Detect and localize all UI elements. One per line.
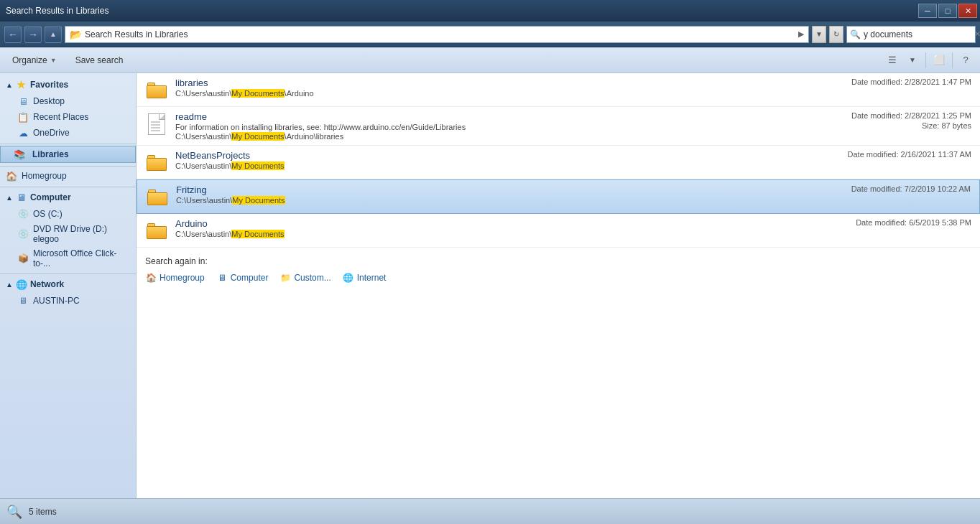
- result-item-fritzing[interactable]: Fritzing C:\Users\austin\My Documents Da…: [137, 179, 980, 214]
- sidebar-favorites-header[interactable]: ▲ ★ Favorites: [0, 76, 136, 93]
- toolbar-right: ☰ ▼ ⬜ ?: [884, 52, 974, 69]
- status-bar: 🔍 5 items: [0, 498, 980, 524]
- sidebar-item-recent-places[interactable]: 📋 Recent Places: [0, 109, 136, 125]
- result-info-fritzing: Fritzing C:\Users\austin\My Documents: [176, 184, 827, 205]
- search-again-custom[interactable]: 📁 Custom...: [279, 272, 330, 284]
- search-clear-button[interactable]: ✕: [974, 29, 980, 39]
- search-again-homegroup-label: Homegroup: [160, 273, 205, 283]
- sidebar-network-header[interactable]: ▲ 🌐 Network: [0, 276, 136, 293]
- result-item-libraries[interactable]: libraries C:\Users\austin\My Documents\A…: [137, 73, 980, 107]
- result-date-arduino: Date modified: 6/5/2019 5:38 PM: [828, 218, 971, 227]
- search-box[interactable]: 🔍 ✕: [846, 26, 976, 43]
- up-button[interactable]: ▲: [45, 26, 62, 43]
- sidebar-item-desktop-label: Desktop: [33, 96, 65, 106]
- sidebar-homegroup-label: Homegroup: [22, 171, 67, 181]
- result-highlight: My Documents: [231, 89, 284, 98]
- sidebar-favorites-label: Favorites: [30, 80, 68, 90]
- sidebar-divider1: [0, 144, 136, 144]
- sidebar-item-recent-label: Recent Places: [33, 112, 88, 122]
- location-icon: 📂: [70, 29, 82, 40]
- result-date-netbeans: Date modified: 2/16/2021 11:37 AM: [828, 150, 971, 159]
- window-title: Search Results in Libraries: [6, 6, 108, 16]
- sidebar-item-ms-office-label: Microsoft Office Click-to-...: [33, 248, 130, 268]
- save-search-label: Save search: [75, 55, 124, 65]
- view-list-button[interactable]: ☰: [884, 52, 901, 69]
- forward-button[interactable]: →: [24, 26, 42, 43]
- result-icon-fritzing: [146, 186, 169, 209]
- folder-icon: [147, 83, 167, 98]
- search-again-internet-label: Internet: [357, 273, 387, 283]
- result-item-readme[interactable]: readme For information on installing lib…: [137, 107, 980, 146]
- homegroup-sa-icon: 🏠: [145, 272, 157, 284]
- sidebar-computer-header[interactable]: ▲ 🖥 Computer: [0, 189, 136, 206]
- result-description-readme: For information on installing libraries,…: [175, 123, 828, 131]
- help-button[interactable]: ?: [957, 52, 974, 69]
- result-info-readme: readme For information on installing lib…: [175, 111, 828, 141]
- address-dropdown-button[interactable]: ▼: [812, 26, 826, 43]
- file-line3: [151, 127, 160, 128]
- internet-sa-icon: 🌐: [343, 272, 354, 284]
- result-path-arduino: C:\Users\austin\My Documents: [175, 230, 828, 238]
- folder-body: [147, 85, 167, 98]
- close-button[interactable]: ✕: [958, 4, 977, 18]
- pane-button[interactable]: ⬜: [930, 52, 948, 69]
- address-refresh-button[interactable]: ↻: [829, 26, 843, 43]
- result-icon-arduino: [145, 220, 168, 243]
- result-name-libraries: libraries: [175, 78, 828, 88]
- search-again-computer-label: Computer: [231, 273, 269, 283]
- folder-icon-netbeans: [147, 155, 167, 171]
- sidebar-item-desktop[interactable]: 🖥 Desktop: [0, 93, 136, 109]
- file-icon: [148, 113, 165, 135]
- sidebar-item-os-c[interactable]: 💿 OS (C:): [0, 206, 136, 222]
- sidebar-computer-label: Computer: [30, 192, 71, 202]
- sidebar-libraries-header[interactable]: 📚 Libraries: [0, 146, 136, 163]
- search-again-homegroup[interactable]: 🏠 Homegroup: [145, 272, 205, 284]
- search-again-section: Search again in: 🏠 Homegroup 🖥 Computer …: [137, 248, 980, 292]
- sidebar-item-dvd-rw[interactable]: 💿 DVD RW Drive (D:) elegoo: [0, 222, 136, 246]
- back-button[interactable]: ←: [4, 26, 22, 43]
- result-highlight-netbeans: My Documents: [231, 162, 284, 170]
- result-name-netbeans: NetBeansProjects: [175, 150, 828, 161]
- file-line4: [151, 130, 160, 131]
- favorites-star-icon: ★: [16, 79, 27, 90]
- austin-pc-icon: 🖥: [17, 295, 29, 307]
- homegroup-icon: 🏠: [6, 170, 17, 182]
- sidebar-network-label: Network: [30, 279, 64, 289]
- view-chevron-button[interactable]: ▼: [904, 52, 921, 69]
- file-line1: [151, 121, 160, 123]
- status-text: 5 items: [29, 507, 57, 517]
- sidebar-item-ms-office[interactable]: 📦 Microsoft Office Click-to-...: [0, 246, 136, 271]
- sidebar-item-onedrive[interactable]: ☁ OneDrive: [0, 125, 136, 141]
- result-meta-arduino: Date modified: 6/5/2019 5:38 PM: [828, 218, 971, 228]
- recent-places-icon: 📋: [17, 111, 29, 123]
- search-again-items: 🏠 Homegroup 🖥 Computer 📁 Custom... 🌐 Int…: [145, 272, 971, 284]
- result-item-arduino[interactable]: Arduino C:\Users\austin\My Documents Dat…: [137, 214, 980, 248]
- result-path-netbeans: C:\Users\austin\My Documents: [175, 162, 828, 170]
- ms-office-icon: 📦: [17, 253, 29, 264]
- result-info-netbeans: NetBeansProjects C:\Users\austin\My Docu…: [175, 150, 828, 170]
- result-name-readme: readme: [175, 111, 828, 122]
- result-highlight-readme: My Documents: [231, 132, 284, 141]
- sidebar-item-austin-pc[interactable]: 🖥 AUSTIN-PC: [0, 293, 136, 309]
- folder-body-arduino: [147, 226, 167, 239]
- sidebar-section-computer: ▲ 🖥 Computer 💿 OS (C:) 💿 DVD RW Drive (D…: [0, 189, 136, 271]
- maximize-button[interactable]: □: [938, 4, 957, 18]
- result-item-netbeans[interactable]: NetBeansProjects C:\Users\austin\My Docu…: [137, 146, 980, 179]
- sidebar-libraries-label: Libraries: [32, 149, 69, 159]
- save-search-button[interactable]: Save search: [69, 52, 130, 68]
- title-bar-buttons: ─ □ ✕: [918, 4, 977, 18]
- search-again-internet[interactable]: 🌐 Internet: [343, 272, 387, 284]
- main-area: ▲ ★ Favorites 🖥 Desktop 📋 Recent Places …: [0, 73, 980, 498]
- result-size-readme: Size: 87 bytes: [828, 121, 971, 130]
- sidebar-section-libraries: 📚 Libraries: [0, 146, 136, 163]
- address-box[interactable]: 📂 Search Results in Libraries ▶: [65, 26, 809, 43]
- result-meta-libraries: Date modified: 2/28/2021 1:47 PM: [828, 78, 971, 88]
- organize-button[interactable]: Organize ▼: [6, 52, 63, 68]
- minimize-button[interactable]: ─: [918, 4, 937, 18]
- sidebar-section-homegroup: 🏠 Homegroup: [0, 168, 136, 184]
- sidebar-homegroup[interactable]: 🏠 Homegroup: [0, 168, 136, 184]
- search-input[interactable]: [864, 29, 971, 39]
- search-again-computer[interactable]: 🖥 Computer: [216, 272, 269, 284]
- result-path-fritzing: C:\Users\austin\My Documents: [176, 196, 827, 205]
- result-icon-netbeans: [145, 151, 168, 174]
